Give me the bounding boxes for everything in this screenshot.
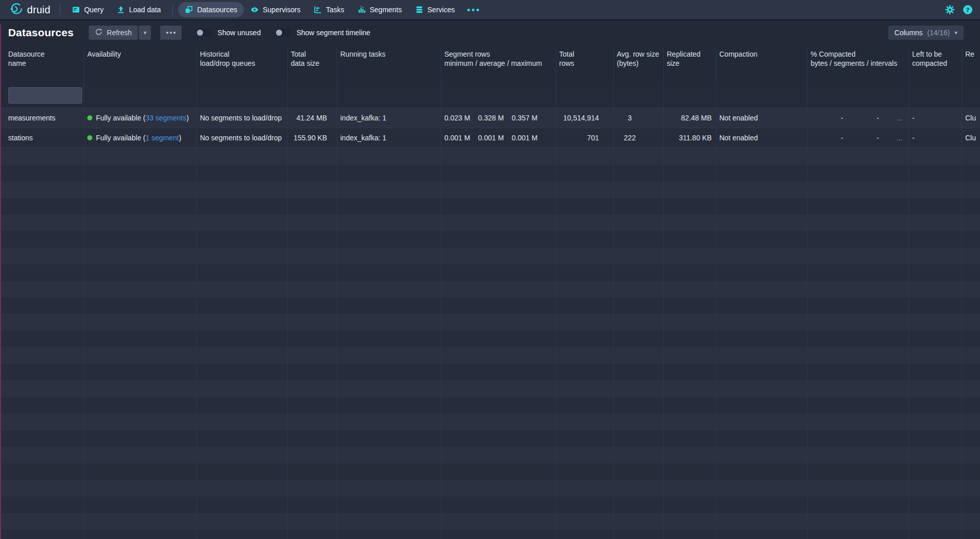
empty-cell xyxy=(84,430,197,447)
cell-segment-rows: 0.023 M0.328 M0.357 M xyxy=(441,108,556,128)
empty-cell xyxy=(441,497,556,513)
column-header-load_drop[interactable]: Historicalload/drop queues xyxy=(197,46,288,83)
empty-cell xyxy=(664,165,716,182)
empty-cell xyxy=(716,298,808,314)
empty-cell xyxy=(614,530,664,539)
empty-cell xyxy=(808,513,909,530)
column-header-label: name xyxy=(8,59,81,68)
filter-cell-total_data_size xyxy=(288,83,337,108)
nav-item-datasources[interactable]: Datasources xyxy=(178,2,244,17)
column-header-avg_row_size[interactable]: Avg. row size(bytes) xyxy=(614,46,664,83)
nav-item-segments[interactable]: Segments xyxy=(351,2,409,17)
empty-cell xyxy=(556,480,614,497)
available-status-dot xyxy=(87,135,92,140)
column-header-name[interactable]: Datasourcename xyxy=(0,46,84,83)
column-header-total_rows[interactable]: Totalrows xyxy=(556,46,614,83)
table-row-measurements: measurementsFully available (33 segments… xyxy=(0,108,980,128)
column-header-running_tasks[interactable]: Running tasks xyxy=(337,46,441,83)
nav-item-supervisors[interactable]: Supervisors xyxy=(244,2,307,17)
empty-cell xyxy=(441,165,556,182)
empty-table-row xyxy=(0,497,980,513)
empty-cell xyxy=(441,347,556,364)
empty-cell xyxy=(664,447,716,463)
empty-cell xyxy=(288,331,337,348)
column-header-retention[interactable]: Re xyxy=(962,46,980,83)
refresh-interval-dropdown-button[interactable]: ▾ xyxy=(139,26,151,40)
page-title: Datasources xyxy=(8,27,73,39)
empty-cell xyxy=(84,513,197,530)
empty-cell xyxy=(909,181,962,198)
cell-replicated-size: 82.48 MB xyxy=(664,108,716,128)
empty-cell xyxy=(84,264,197,281)
empty-cell xyxy=(441,248,556,264)
cell-running-tasks: index_kafka: 1 xyxy=(337,128,441,148)
empty-cell xyxy=(84,298,197,314)
empty-cell xyxy=(556,413,614,430)
segments-count-link[interactable]: 1 segment xyxy=(145,134,179,142)
datasource-name-filter-input[interactable] xyxy=(8,87,82,104)
empty-cell xyxy=(441,281,556,298)
empty-cell xyxy=(909,380,962,397)
nav-item-load-data[interactable]: Load data xyxy=(110,2,167,17)
empty-cell xyxy=(197,214,288,231)
empty-table-row xyxy=(0,248,980,264)
cell-datasource-name: measurements xyxy=(0,108,84,128)
empty-cell xyxy=(197,248,288,264)
show-segment-timeline-toggle[interactable]: Show segment timeline xyxy=(275,29,370,37)
empty-cell xyxy=(909,497,962,513)
nav-item-label: Query xyxy=(84,6,104,14)
nav-item-services[interactable]: Services xyxy=(409,2,462,17)
empty-cell xyxy=(716,214,808,231)
empty-cell xyxy=(84,331,197,348)
segments-count-link[interactable]: 33 segments xyxy=(145,114,186,122)
available-status-dot xyxy=(87,115,92,120)
empty-cell xyxy=(614,331,664,348)
empty-cell xyxy=(337,513,441,530)
column-header-left_to_compact[interactable]: Left to becompacted xyxy=(909,46,962,83)
empty-cell xyxy=(808,430,909,447)
empty-cell xyxy=(664,314,716,331)
empty-cell xyxy=(441,397,556,414)
cell-total-rows: 701 xyxy=(556,128,614,148)
empty-cell xyxy=(0,165,84,182)
empty-cell xyxy=(337,380,441,397)
column-header-replicated_size[interactable]: Replicatedsize xyxy=(664,46,716,83)
empty-cell xyxy=(716,447,808,463)
empty-cell xyxy=(614,347,664,364)
column-header-total_data_size[interactable]: Totaldata size xyxy=(288,46,337,83)
more-actions-button[interactable] xyxy=(160,26,182,40)
settings-gear-icon[interactable] xyxy=(945,5,955,15)
help-icon[interactable]: ? xyxy=(963,5,973,15)
filter-cell-segment_rows xyxy=(441,83,556,108)
empty-cell xyxy=(664,480,716,497)
empty-cell xyxy=(288,413,337,430)
refresh-button[interactable]: Refresh xyxy=(89,26,138,40)
column-header-compaction[interactable]: Compaction xyxy=(716,46,808,83)
columns-picker-button[interactable]: Columns (14/16) ▾ xyxy=(888,26,964,40)
nav-item-tasks[interactable]: Tasks xyxy=(307,2,351,17)
column-header-segment_rows[interactable]: Segment rowsminimum / average / maximum xyxy=(441,46,556,83)
show-unused-toggle[interactable]: Show unused xyxy=(196,29,261,37)
empty-cell xyxy=(288,231,337,248)
empty-cell xyxy=(716,331,808,348)
empty-cell xyxy=(197,198,288,215)
empty-cell xyxy=(0,397,84,414)
empty-cell xyxy=(909,165,962,182)
cell-retention: Clu xyxy=(962,108,980,128)
empty-cell xyxy=(664,397,716,414)
empty-cell xyxy=(337,248,441,264)
column-header-availability[interactable]: Availability xyxy=(84,46,197,83)
more-nav-items-button[interactable] xyxy=(461,9,485,11)
empty-cell xyxy=(664,347,716,364)
empty-cell xyxy=(614,148,664,165)
column-header-pct_compacted[interactable]: % Compactedbytes / segments / intervals xyxy=(808,46,909,83)
empty-cell xyxy=(441,480,556,497)
empty-cell xyxy=(288,497,337,513)
nav-item-label: Segments xyxy=(370,6,402,14)
nav-item-query[interactable]: Query xyxy=(65,2,110,17)
empty-cell xyxy=(0,530,84,539)
empty-cell xyxy=(962,148,980,165)
druid-logo[interactable]: druid xyxy=(5,2,55,17)
empty-cell xyxy=(0,298,84,314)
empty-cell xyxy=(909,463,962,480)
